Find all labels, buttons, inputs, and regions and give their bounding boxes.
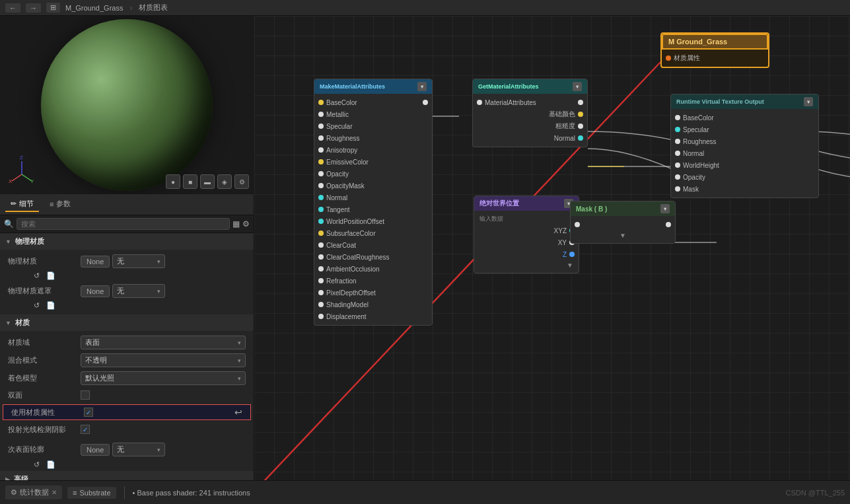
- pin-roughness-row: Roughness: [314, 132, 432, 144]
- pin-z-row: Z: [474, 248, 579, 260]
- divider: [124, 486, 125, 499]
- prop-label-use-mat-attrs: 使用材质属性: [11, 408, 84, 417]
- node-m-ground-grass[interactable]: M Ground_Grass 材质属性: [660, 32, 769, 68]
- pin-normal-out: [578, 135, 583, 141]
- tab-stats[interactable]: ⚙ 统计数据 ✕: [5, 486, 62, 499]
- collapse-rvt[interactable]: ▾: [804, 97, 813, 106]
- node-rvt-body: BaseColor Specular Roughness: [671, 109, 818, 198]
- pin-rvt-basecolor-in: [675, 115, 680, 120]
- reset-icon-physics[interactable]: ↺: [32, 271, 42, 281]
- layout-button[interactable]: ⊞: [46, 3, 60, 13]
- reset-icon-subsurface[interactable]: ↺: [32, 460, 42, 470]
- pin-pdo-row: PixelDepthOffset: [314, 287, 432, 299]
- section-physics-material[interactable]: ▼ 物理材质: [0, 233, 254, 250]
- prop-row-material-domain: 材质域 表面 ▾: [0, 334, 254, 351]
- pin-rvt-mask-row: Mask: [671, 183, 818, 195]
- preview-sphere-btn[interactable]: ●: [166, 174, 180, 189]
- pin-clearcoat-row: ClearCoat: [314, 239, 432, 251]
- node-mask-header: Mask ( B ) ▾: [571, 201, 675, 216]
- undo-button[interactable]: ↩: [234, 407, 242, 417]
- subsurface-dropdown[interactable]: 无 ▾: [112, 443, 165, 456]
- collapse-get-mat[interactable]: ▾: [573, 82, 582, 91]
- cast-shadows-checkbox[interactable]: [81, 425, 90, 434]
- material-preview-sphere: [41, 19, 213, 191]
- pin-opacity-row: Opacity: [314, 168, 432, 180]
- pin-specular-row: Specular: [314, 120, 432, 132]
- node-make-material-attributes[interactable]: MakeMaterialAttributes ▾ BaseColor Metal…: [314, 79, 433, 326]
- expand-arrow-material: ▼: [5, 320, 11, 326]
- tab-details[interactable]: ✏ 细节: [5, 197, 39, 212]
- pin-rvt-worldheight-row: WorldHeight: [671, 159, 818, 171]
- pin-opacity-in: [318, 171, 324, 176]
- chevron-blend: ▾: [238, 357, 241, 364]
- pin-displacement-in: [318, 314, 324, 319]
- tab-params[interactable]: ≡ 参数: [44, 197, 76, 212]
- pin-refraction-in: [318, 278, 324, 283]
- two-sided-checkbox[interactable]: [81, 390, 90, 400]
- preview-cube-btn[interactable]: ■: [183, 174, 197, 189]
- pin-shadingmodel-in: [318, 302, 324, 307]
- properties-tabs: ✏ 细节 ≡ 参数: [0, 194, 254, 215]
- collapse-make-mat[interactable]: ▾: [417, 82, 427, 91]
- search-input[interactable]: [17, 218, 230, 230]
- blend-mode-dropdown[interactable]: 不透明 ▾: [81, 353, 246, 367]
- pin-rvt-normal-in: [675, 151, 680, 156]
- collapse-mask[interactable]: ▾: [660, 204, 670, 213]
- preview-plane-btn[interactable]: ▬: [200, 174, 215, 189]
- pin-rvt-opacity-in: [675, 174, 680, 180]
- physics-material-none-btn[interactable]: None: [81, 256, 110, 268]
- bottom-bar: ⚙ 统计数据 ✕ ≡ Substrate • Base pass shader:…: [0, 480, 850, 504]
- node-m-ground-header: M Ground_Grass: [662, 34, 768, 50]
- close-stats-tab[interactable]: ✕: [52, 489, 57, 496]
- material-domain-dropdown[interactable]: 表面 ▾: [81, 336, 246, 349]
- prop-label-blend: 混合模式: [8, 355, 81, 365]
- shading-dropdown[interactable]: 默认光照 ▾: [81, 371, 246, 385]
- subsurface-none-btn[interactable]: None: [81, 444, 110, 456]
- node-world-position[interactable]: 绝对世界位置 ▾ 输入数据 XYZ XY Z ▼: [474, 196, 579, 273]
- pin-roughness-out-row: 粗糙度: [473, 120, 587, 132]
- pin-normal-row: Normal: [314, 192, 432, 203]
- grid-view-btn[interactable]: ▦: [232, 219, 240, 229]
- browse-icon-physics[interactable]: 📄: [44, 271, 57, 281]
- pin-rvt-mask-in: [675, 186, 680, 192]
- browse-icon-mask[interactable]: 📄: [44, 301, 57, 310]
- physics-material-dropdown[interactable]: 无 ▾: [112, 254, 165, 268]
- forward-button[interactable]: →: [26, 3, 41, 13]
- pin-mask-in-row: [571, 219, 675, 231]
- tab-substrate[interactable]: ≡ Substrate: [67, 487, 116, 499]
- physics-mask-dropdown[interactable]: 无 ▾: [112, 284, 165, 298]
- pin-pdo-in: [318, 290, 324, 295]
- pin-matattrs-in-row: MaterialAttributes: [473, 96, 587, 108]
- chevron-subsurface: ▾: [157, 447, 160, 453]
- section-material[interactable]: ▼ 材质: [0, 314, 254, 331]
- reset-icon-mask[interactable]: ↺: [32, 301, 42, 310]
- breadcrumb-path: M_Ground_Grass: [65, 4, 123, 12]
- physics-mask-none-btn[interactable]: None: [81, 285, 110, 297]
- stats-text: • Base pass shader: 241 instructions: [133, 486, 250, 499]
- pin-rvt-worldheight-in: [675, 162, 680, 168]
- params-icon: ≡: [50, 200, 53, 208]
- prop-row-subsurface: 次表面轮廓 None 无 ▾: [0, 440, 254, 459]
- section-advanced[interactable]: ▶ 高级: [0, 471, 254, 480]
- pin-normal-in: [318, 195, 324, 200]
- preview-settings-btn[interactable]: ⚙: [234, 174, 249, 189]
- node-graph[interactable]: M Ground_Grass 材质属性 MakeMaterialAttribut…: [254, 16, 850, 480]
- node-get-material-attributes[interactable]: GetMaterialAttributes ▾ MaterialAttribut…: [472, 79, 588, 147]
- browse-icon-subsurface[interactable]: 📄: [44, 460, 57, 470]
- use-mat-attrs-checkbox[interactable]: [84, 408, 93, 417]
- settings-btn[interactable]: ⚙: [242, 219, 250, 229]
- preview-controls: ● ■ ▬ ◈ ⚙: [166, 174, 249, 189]
- pin-rvt-opacity-row: Opacity: [671, 171, 818, 183]
- pin-rvt-normal-row: Normal: [671, 147, 818, 159]
- pin-anisotropy-in: [318, 147, 324, 153]
- preview-area: X Y Z ● ■ ▬ ◈ ⚙: [0, 16, 254, 194]
- pin-opacitymask-in: [318, 183, 324, 188]
- node-rvt-output[interactable]: Runtime Virtual Texture Output ▾ BaseCol…: [670, 94, 819, 198]
- prop-label-domain: 材质域: [8, 338, 81, 347]
- node-mask[interactable]: Mask ( B ) ▾ ▼: [570, 201, 676, 244]
- node-mask-body: ▼: [571, 216, 675, 243]
- back-button[interactable]: ←: [5, 3, 20, 13]
- pin-clearcoatroughness-row: ClearCoatRoughness: [314, 251, 432, 263]
- breadcrumb-section: 材质图表: [139, 3, 168, 13]
- preview-teapot-btn[interactable]: ◈: [217, 174, 232, 189]
